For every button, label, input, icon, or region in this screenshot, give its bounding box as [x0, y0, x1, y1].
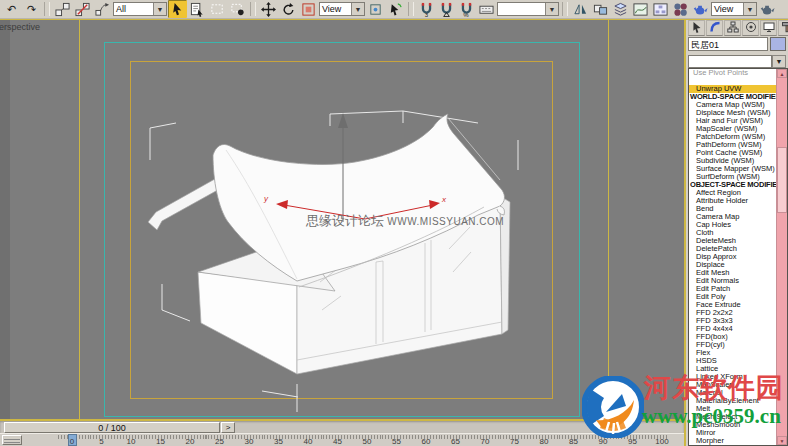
mini-curve-editor-button[interactable] — [2, 435, 22, 445]
select-and-rotate-button[interactable] — [279, 0, 298, 18]
modifier-item[interactable]: PathDeform (WSM) — [689, 141, 776, 149]
modifier-item[interactable]: HSDS — [689, 357, 776, 365]
material-editor-button[interactable] — [671, 0, 690, 18]
modifier-item[interactable]: MaterialByElement — [689, 397, 776, 405]
tab-utilities[interactable] — [778, 20, 788, 36]
chevron-down-icon[interactable]: ▼ — [545, 3, 558, 15]
redo-button[interactable]: ↷ — [22, 0, 41, 18]
select-and-link-button[interactable] — [53, 0, 72, 18]
render-setup-button[interactable] — [691, 0, 710, 18]
modifier-item[interactable]: FFD 2x2x2 — [689, 309, 776, 317]
tab-hierarchy[interactable] — [724, 20, 741, 36]
modifier-item[interactable]: Material — [689, 389, 776, 397]
scroll-down-icon[interactable]: ▼ — [777, 436, 787, 445]
tab-modify[interactable] — [706, 20, 723, 36]
snap-toggle-3d-button[interactable]: 3 — [417, 0, 436, 18]
modifier-list-combo[interactable]: ▼ — [688, 55, 786, 68]
modifier-item[interactable]: Mirror — [689, 429, 776, 437]
mirror-button[interactable] — [571, 0, 590, 18]
modifier-item[interactable]: Attribute Holder — [689, 197, 776, 205]
modifier-item[interactable]: Displace Mesh (WSM) — [689, 109, 776, 117]
chevron-down-icon[interactable]: ▼ — [772, 55, 786, 68]
unlink-selection-button[interactable] — [73, 0, 92, 18]
select-and-manipulate-button[interactable] — [386, 0, 405, 18]
window-crossing-toggle-button[interactable] — [228, 0, 247, 18]
time-slider-track[interactable]: 0 / 100 > — [0, 421, 684, 434]
modifier-item[interactable]: FFD(box) — [689, 333, 776, 341]
modifier-item[interactable]: DeleteMesh — [689, 237, 776, 245]
modifier-item-blank[interactable] — [689, 77, 776, 85]
next-frame-button[interactable]: > — [221, 422, 235, 433]
modifier-item[interactable]: MapScaler (WSM) — [689, 125, 776, 133]
bind-to-space-warp-button[interactable] — [93, 0, 112, 18]
modifier-item-selected[interactable]: Unwrap UVW — [689, 85, 776, 93]
time-slider[interactable]: 0 / 100 — [4, 422, 220, 433]
modifier-item[interactable]: FFD 4x4x4 — [689, 325, 776, 333]
scrollbar-thumb[interactable] — [777, 147, 787, 213]
perspective-viewport[interactable]: Perspective — [0, 19, 684, 419]
select-and-scale-button[interactable] — [299, 0, 318, 18]
select-by-name-button[interactable] — [188, 0, 207, 18]
modifier-item[interactable]: Bend — [689, 205, 776, 213]
chevron-down-icon[interactable]: ▼ — [351, 3, 364, 15]
tab-create[interactable] — [688, 20, 705, 36]
modifier-item[interactable]: Cap Holes — [689, 221, 776, 229]
modifier-item[interactable]: Flex — [689, 349, 776, 357]
modifier-item[interactable]: Edit Mesh — [689, 269, 776, 277]
tab-motion[interactable] — [742, 20, 759, 36]
modifier-item[interactable]: Lattice — [689, 365, 776, 373]
dropdown-scrollbar[interactable]: ▲ ▼ — [776, 69, 787, 445]
modifier-item[interactable]: DeletePatch — [689, 245, 776, 253]
modifier-item[interactable]: FFD 3x3x3 — [689, 317, 776, 325]
use-pivot-point-center-button[interactable] — [366, 0, 385, 18]
percent-snap-toggle-button[interactable]: % — [457, 0, 476, 18]
select-object-button[interactable] — [168, 0, 187, 18]
schematic-view-button[interactable] — [651, 0, 670, 18]
modifier-item[interactable]: Linked XForm — [689, 373, 776, 381]
render-view-combo[interactable]: View▼ — [711, 2, 757, 16]
modifier-list-field[interactable] — [688, 55, 772, 68]
modifier-item[interactable]: Camera Map — [689, 213, 776, 221]
object-color-swatch[interactable] — [770, 37, 786, 51]
modifier-item[interactable]: Disp Approx — [689, 253, 776, 261]
keyboard-shortcut-override-button[interactable] — [477, 0, 496, 18]
undo-button[interactable]: ↶ — [2, 0, 21, 18]
scroll-up-icon[interactable]: ▲ — [777, 69, 787, 78]
angle-snap-toggle-button[interactable] — [437, 0, 456, 18]
modifier-item[interactable]: Point Cache (WSM) — [689, 149, 776, 157]
modifier-item[interactable]: SurfDeform (WSM) — [689, 173, 776, 181]
modifier-item[interactable]: Displace — [689, 261, 776, 269]
modifier-item[interactable]: Edit Patch — [689, 285, 776, 293]
named-selection-sets-combo[interactable]: ▼ — [497, 2, 559, 16]
modifier-item[interactable]: Face Extrude — [689, 301, 776, 309]
chevron-down-icon[interactable]: ▼ — [153, 3, 166, 15]
modifier-item[interactable]: Morpher — [689, 437, 776, 445]
quick-render-button[interactable] — [758, 0, 777, 18]
modifier-item[interactable]: Edit Poly — [689, 293, 776, 301]
layer-manager-button[interactable] — [611, 0, 630, 18]
tab-display[interactable] — [760, 20, 777, 36]
modifier-item[interactable]: Melt — [689, 405, 776, 413]
modifier-item[interactable]: FFD(cyl) — [689, 341, 776, 349]
modifier-item[interactable]: MeshSmooth — [689, 421, 776, 429]
track-bar[interactable]: 0510152025303540455055606570758085909510… — [0, 434, 684, 446]
modifier-item[interactable]: Camera Map (WSM) — [689, 101, 776, 109]
modifier-item[interactable]: MapScaler — [689, 381, 776, 389]
modifier-item[interactable]: Cloth — [689, 229, 776, 237]
modifier-item-use-pivot-points[interactable]: Use Pivot Points — [689, 69, 776, 77]
modifier-item[interactable]: Mesh Select — [689, 413, 776, 421]
modifier-item[interactable]: Surface Mapper (WSM) — [689, 165, 776, 173]
modifier-item[interactable]: Edit Normals — [689, 277, 776, 285]
curve-editor-button[interactable] — [631, 0, 650, 18]
object-name-field[interactable]: 民居01 — [688, 37, 768, 51]
chevron-down-icon[interactable]: ▼ — [743, 3, 756, 15]
modifier-item[interactable]: PatchDeform (WSM) — [689, 133, 776, 141]
rectangular-selection-region-button[interactable] — [208, 0, 227, 18]
selection-filter-combo[interactable]: All▼ — [113, 2, 167, 16]
modifier-item[interactable]: Affect Region — [689, 189, 776, 197]
align-button[interactable] — [591, 0, 610, 18]
modifier-item[interactable]: Hair and Fur (WSM) — [689, 117, 776, 125]
reference-coordinate-system-combo[interactable]: View▼ — [319, 2, 365, 16]
select-and-move-button[interactable] — [259, 0, 278, 18]
modifier-item[interactable]: Subdivide (WSM) — [689, 157, 776, 165]
